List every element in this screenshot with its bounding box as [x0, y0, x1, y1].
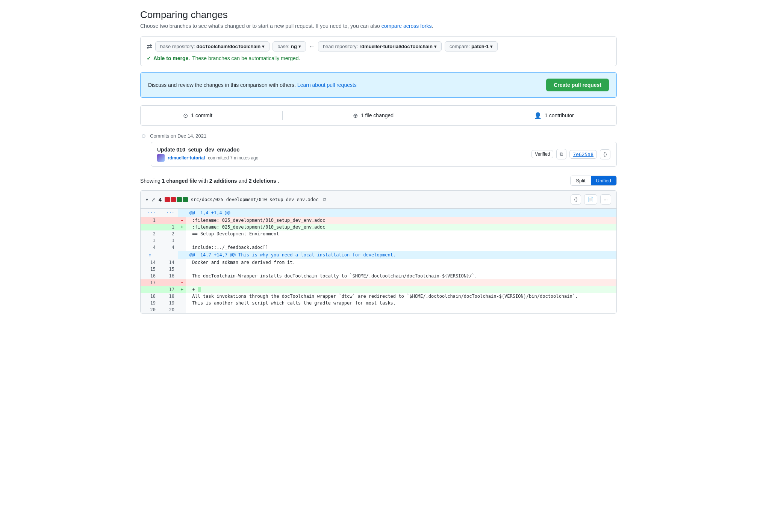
added-highlight: [198, 287, 201, 292]
timeline-dot: [142, 134, 145, 138]
commit-icon: ⊙: [183, 112, 188, 119]
hunk-marker: [178, 209, 186, 217]
diff-table: ··· ··· @@ -1,4 +1,4 @@ 1 - :filename: 0…: [141, 209, 616, 313]
commit-meta: rdmueller-tutorial committed 7 minutes a…: [157, 154, 258, 162]
hunk-content: @@ -1,4 +1,4 @@: [186, 209, 616, 217]
compare-branch-selector[interactable]: compare: patch-1 ▾: [445, 41, 498, 52]
stats-bar: ⊙ 1 commit ⊕ 1 file changed 👤 1 contribu…: [140, 105, 617, 126]
commit-author-link[interactable]: rdmueller-tutorial: [168, 155, 205, 161]
split-view-button[interactable]: Split: [571, 176, 590, 185]
browse-files-button[interactable]: ⟨⟩: [600, 149, 610, 159]
diff-row-context: 3 3: [141, 237, 616, 244]
page-subtitle: Choose two branches to see what's change…: [140, 23, 617, 29]
diff-row-context: 2 2 == Setup Development Environment: [141, 230, 616, 237]
merge-status: ✓ Able to merge. These branches can be a…: [147, 55, 610, 61]
diff-row-context: 4 4 include::../_feedback.adoc[]: [141, 244, 616, 251]
expand-icon: ⤢: [151, 197, 156, 203]
files-stat: ⊕ 1 file changed: [353, 112, 394, 119]
stat-divider-2: [464, 111, 464, 120]
stat-divider-1: [282, 111, 283, 120]
arrow-left-icon: ←: [309, 43, 315, 50]
show-annotations-button[interactable]: 📄: [584, 194, 597, 205]
chevron-down-icon: ▾: [298, 44, 301, 49]
hunk-header-row: ··· ··· @@ -1,4 +1,4 @@: [141, 209, 616, 217]
unified-view-button[interactable]: Unified: [591, 176, 616, 185]
diff-row-deleted-2: 17 - -: [141, 279, 616, 286]
diff-row-context: 16 16 The docToolchain-Wrapper installs …: [141, 273, 616, 279]
addition-icon: [177, 197, 182, 202]
create-pull-request-button[interactable]: Create pull request: [546, 79, 609, 91]
copy-commit-button[interactable]: ⧉: [556, 149, 566, 159]
files-header: Showing 1 changed file with 2 additions …: [140, 176, 617, 186]
hunk-right-num: ···: [159, 209, 178, 217]
diff-row-added-2: 17 + +: [141, 286, 616, 293]
more-options-button[interactable]: ···: [600, 194, 611, 205]
head-repo-selector[interactable]: head repository: rdmueller-tutorial/docT…: [318, 41, 442, 52]
diff-section: Showing 1 changed file with 2 additions …: [140, 176, 617, 314]
diff-file-header: ▾ ⤢ 4 src/docs/025_development/010_setup…: [141, 191, 616, 209]
commit-card: Update 010_setup_dev_env.adoc rdmueller-…: [151, 142, 617, 167]
collapse-button[interactable]: ▾: [146, 197, 148, 202]
person-icon: 👤: [534, 112, 542, 119]
changed-count: 1 changed file: [162, 178, 197, 184]
addition-icon-2: [183, 197, 188, 202]
info-box: Discuss and review the changes in this c…: [140, 72, 617, 98]
chevron-down-icon: ▾: [490, 44, 493, 49]
branch-bar: ⇄ base repository: docToolchain/docToolc…: [140, 36, 617, 66]
commits-section: Commits on Dec 14, 2021 Update 010_setup…: [140, 133, 617, 167]
diff-row-context: 14 14 Docker and sdkman are derived from…: [141, 259, 616, 266]
file-diff-icon: ⊕: [353, 112, 358, 119]
diff-file-actions: ⟨⟩ 📄 ···: [571, 194, 611, 205]
diff-row-context: 18 18 All task invokations through the d…: [141, 293, 616, 300]
page-title: Comparing changes: [140, 9, 617, 21]
diff-filename: src/docs/025_development/010_setup_dev_e…: [191, 197, 319, 202]
commits-stat: ⊙ 1 commit: [183, 112, 212, 119]
commit-hash-link[interactable]: 7e625a8: [569, 150, 597, 159]
additions-count: 2 additions: [209, 178, 237, 184]
deletions-count: 2 deletions: [249, 178, 276, 184]
copy-filename-button[interactable]: ⧉: [321, 196, 328, 203]
avatar: [157, 154, 165, 162]
file-count-badge: 4: [159, 197, 162, 203]
base-repo-selector[interactable]: base repository: docToolchain/docToolcha…: [155, 41, 269, 52]
contributors-stat: 👤 1 contributor: [534, 112, 574, 119]
check-icon: ✓: [147, 55, 151, 61]
diff-row-context: 15 15: [141, 266, 616, 273]
view-toggle: Split Unified: [570, 176, 617, 186]
hunk-left-num: ···: [141, 209, 159, 217]
diff-row-context: 20 20: [141, 306, 616, 313]
hunk-header-row-2: ⇕ @@ -14,7 +14,7 @@ This is why you need…: [141, 251, 616, 259]
verified-badge: Verified: [531, 150, 553, 158]
view-file-button[interactable]: ⟨⟩: [571, 194, 581, 205]
diff-row-context: 19 19 This is another shell script which…: [141, 300, 616, 306]
deletion-icon: [165, 197, 170, 202]
chevron-down-icon: ▾: [262, 44, 265, 49]
branch-selectors: ⇄ base repository: docToolchain/docToolc…: [147, 41, 610, 52]
commits-date-header: Commits on Dec 14, 2021: [140, 133, 617, 139]
diff-row-added: 1 + :filename: 025_development/010_setup…: [141, 224, 616, 230]
compare-forks-link[interactable]: compare across forks: [382, 23, 432, 29]
learn-pull-requests-link[interactable]: Learn about pull requests: [297, 82, 357, 88]
diff-row-deleted: 1 - :filename: 025_development/010_setup…: [141, 217, 616, 224]
base-branch-selector[interactable]: base: ng ▾: [273, 41, 306, 52]
diff-color-icons: [165, 197, 188, 202]
chevron-down-icon: ▾: [434, 44, 437, 49]
commit-title: Update 010_setup_dev_env.adoc: [157, 147, 258, 153]
diff-file: ▾ ⤢ 4 src/docs/025_development/010_setup…: [140, 190, 617, 314]
deletion-icon-2: [171, 197, 176, 202]
compare-arrows-icon: ⇄: [147, 42, 152, 51]
